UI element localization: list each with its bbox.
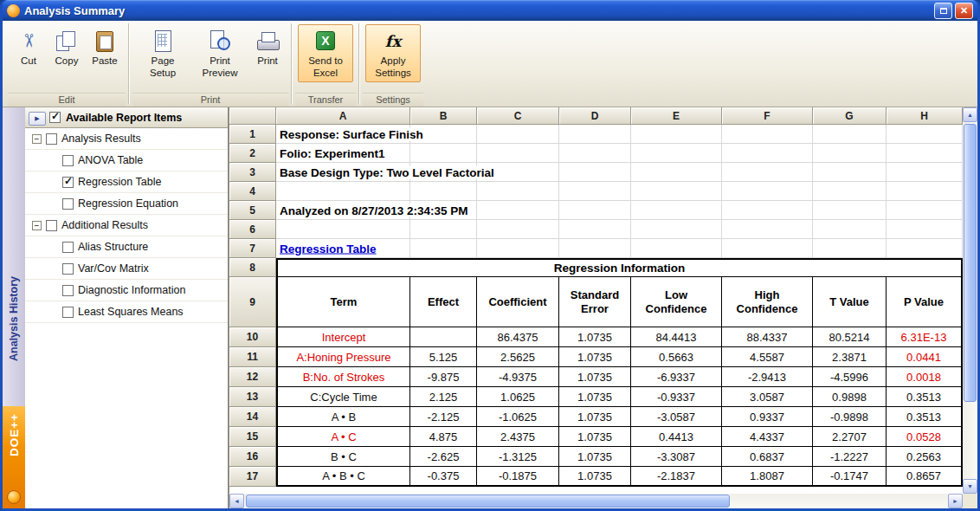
row-number-16[interactable]: 16 <box>229 447 276 467</box>
term-cell[interactable]: A • B • C <box>276 467 410 487</box>
paste-button[interactable]: Paste <box>87 24 123 70</box>
expand-collapse-icon[interactable]: − <box>32 221 42 230</box>
row-number-15[interactable]: 15 <box>229 427 276 447</box>
value-cell[interactable]: -3.3087 <box>631 447 722 467</box>
analysis-results-checkbox[interactable] <box>46 133 57 145</box>
title-bar[interactable]: Analysis Summary ✕ <box>3 0 977 21</box>
scroll-right-button[interactable]: ► <box>948 494 963 508</box>
scroll-left-button[interactable]: ◄ <box>229 494 244 508</box>
value-cell[interactable]: -0.9898 <box>813 407 887 427</box>
horizontal-scrollbar[interactable]: ◄ ► <box>229 494 963 508</box>
grid-cell[interactable] <box>477 125 559 144</box>
tree-group-additional-results[interactable]: −Additional Results <box>25 215 228 236</box>
page-setup-button[interactable]: Page Setup <box>135 24 190 82</box>
send-to-excel-button[interactable]: XSend to Excel <box>298 24 353 82</box>
restore-button[interactable] <box>934 3 952 19</box>
row-number-17[interactable]: 17 <box>229 467 276 487</box>
grid-cell[interactable] <box>410 220 477 239</box>
value-cell[interactable]: -1.0625 <box>477 407 559 427</box>
anova-table-checkbox[interactable] <box>62 155 74 166</box>
row-number-2[interactable]: 2 <box>229 144 276 163</box>
grid-cell[interactable] <box>477 220 559 239</box>
row-number-14[interactable]: 14 <box>229 407 276 427</box>
tree-item-anova-table[interactable]: ANOVA Table <box>25 150 228 171</box>
grid-cell[interactable] <box>722 144 813 163</box>
value-cell[interactable]: 1.0735 <box>559 427 631 447</box>
grid-cell[interactable] <box>631 201 722 220</box>
row-number-12[interactable]: 12 <box>229 367 276 387</box>
row-number-6[interactable]: 6 <box>229 220 276 239</box>
value-cell[interactable]: 0.9898 <box>813 387 887 407</box>
grid-cell[interactable] <box>559 182 631 201</box>
value-cell[interactable]: 4.875 <box>410 427 477 447</box>
grid-cell[interactable] <box>276 182 410 201</box>
value-cell[interactable]: -0.1875 <box>477 467 559 487</box>
grid-cell[interactable] <box>887 201 963 220</box>
copy-button[interactable]: Copy <box>48 24 85 70</box>
term-cell[interactable]: A • B <box>276 407 410 427</box>
var-cov-matrix-checkbox[interactable] <box>62 263 74 275</box>
regression-equation-checkbox[interactable] <box>62 198 74 210</box>
value-cell[interactable]: 1.0735 <box>559 407 631 427</box>
grid-cell[interactable] <box>631 182 722 201</box>
grid-cell[interactable] <box>887 220 963 239</box>
additional-results-checkbox[interactable] <box>46 220 57 231</box>
grid-cell[interactable] <box>813 125 887 144</box>
column-header-a[interactable]: A <box>276 107 410 125</box>
grid-cell[interactable] <box>477 201 559 220</box>
grid-cell[interactable] <box>722 201 813 220</box>
regression-table-checkbox[interactable]: ✓ <box>62 177 74 188</box>
tree-item-diagnostic-information[interactable]: Diagnostic Information <box>25 280 228 301</box>
analysis-history-tab[interactable]: Analysis History <box>8 276 20 361</box>
column-header-b[interactable]: B <box>410 107 477 125</box>
value-cell[interactable]: 2.2707 <box>813 427 887 447</box>
expand-collapse-icon[interactable]: − <box>32 134 42 144</box>
grid-cell[interactable] <box>813 220 887 239</box>
value-cell[interactable]: 0.5663 <box>631 347 722 367</box>
value-cell[interactable]: 1.0735 <box>559 347 631 367</box>
grid-cell[interactable] <box>477 182 559 201</box>
least-squares-means-checkbox[interactable] <box>62 307 74 318</box>
value-cell[interactable]: 0.0018 <box>887 367 963 387</box>
value-cell[interactable]: 0.0441 <box>887 347 963 367</box>
term-cell[interactable]: B:No. of Strokes <box>276 367 410 387</box>
value-cell[interactable]: 0.3513 <box>887 387 963 407</box>
value-cell[interactable]: -1.3125 <box>477 447 559 467</box>
grid-cell[interactable] <box>813 144 887 163</box>
grid-cell[interactable] <box>813 239 887 258</box>
value-cell[interactable]: 2.3871 <box>813 347 887 367</box>
row-number-13[interactable]: 13 <box>229 387 276 407</box>
grid-cell[interactable] <box>813 201 887 220</box>
row-number-11[interactable]: 11 <box>229 347 276 367</box>
value-cell[interactable]: 86.4375 <box>477 327 559 347</box>
value-cell[interactable]: -4.9375 <box>477 367 559 387</box>
value-cell[interactable]: 1.0735 <box>559 367 631 387</box>
value-cell[interactable]: -9.875 <box>410 367 477 387</box>
diagnostic-information-checkbox[interactable] <box>62 285 74 296</box>
grid-cell[interactable] <box>722 239 813 258</box>
grid-cell[interactable] <box>410 182 477 201</box>
value-cell[interactable]: -4.5996 <box>813 367 887 387</box>
row-number-4[interactable]: 4 <box>229 182 276 201</box>
term-cell[interactable]: C:Cycle Time <box>276 387 410 407</box>
vertical-scrollbar[interactable]: ▲ ▼ <box>963 107 977 494</box>
table-header-effect[interactable]: Effect <box>410 277 477 327</box>
term-cell[interactable]: A:Honing Pressure <box>276 347 410 367</box>
column-header-g[interactable]: G <box>813 107 887 125</box>
value-cell[interactable]: 2.4375 <box>477 427 559 447</box>
value-cell[interactable]: -0.9337 <box>631 387 722 407</box>
table-header-term[interactable]: Term <box>276 277 410 327</box>
grid-cell[interactable] <box>631 239 722 258</box>
grid-cell[interactable] <box>559 201 631 220</box>
tree-item-regression-equation[interactable]: Regression Equation <box>25 193 228 215</box>
tree-item-least-squares-means[interactable]: Least Squares Means <box>25 301 228 323</box>
value-cell[interactable]: -2.1837 <box>631 467 722 487</box>
value-cell[interactable] <box>410 327 477 347</box>
value-cell[interactable]: 88.4337 <box>722 327 813 347</box>
table-header-coefficient[interactable]: Coefficient <box>477 277 559 327</box>
grid-cell[interactable] <box>477 144 559 163</box>
table-header-t-value[interactable]: T Value <box>813 277 887 327</box>
grid-cell[interactable] <box>276 220 410 239</box>
column-header-e[interactable]: E <box>631 107 722 125</box>
close-button[interactable]: ✕ <box>955 3 973 19</box>
